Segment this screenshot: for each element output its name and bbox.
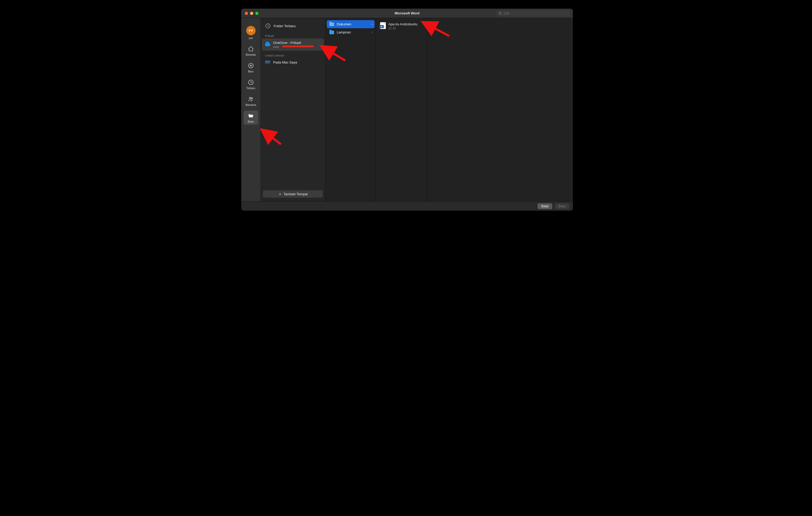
svg-point-6 [249, 97, 251, 99]
nav-new-label: Baru [248, 70, 254, 73]
open-button: Buka [555, 203, 569, 209]
word-document-icon: W [380, 22, 386, 29]
file-item[interactable]: W Apa itu Androbuntu 21.33 [377, 20, 426, 32]
mac-icon [265, 61, 270, 64]
nav-user[interactable]: YY yus [243, 24, 258, 41]
search-input[interactable] [503, 11, 568, 15]
folder-label: Lampiran [337, 30, 351, 34]
folders-column: Dokumen › Lampiran › [326, 18, 376, 201]
nav-open[interactable]: Buka [243, 111, 258, 125]
open-dialog-window: Microsoft Word YY yus Beranda Baru [241, 9, 573, 211]
section-personal-header: Pribadi [262, 31, 324, 38]
redaction-bar [282, 45, 314, 47]
folder-icon [329, 31, 334, 34]
file-name: Apa itu Androbuntu [388, 22, 417, 26]
recent-folders-label: Folder Terbaru [273, 24, 296, 28]
nav-home[interactable]: Beranda [243, 44, 258, 58]
clock-icon [265, 23, 271, 29]
plus-circle-icon [248, 62, 254, 69]
folder-icon [329, 23, 334, 26]
home-icon [248, 46, 254, 52]
onedrive-title: OneDrive - Pribadi [273, 41, 301, 45]
nav-open-label: Buka [248, 120, 254, 123]
nav-user-label: yus [249, 37, 253, 39]
location-on-my-mac[interactable]: Pada Mac Saya [262, 58, 324, 67]
files-column: W Apa itu Androbuntu 21.33 [376, 18, 428, 201]
svg-line-1 [501, 14, 501, 14]
chevron-right-icon: › [372, 31, 373, 34]
recent-folders[interactable]: Folder Terbaru [262, 21, 324, 31]
people-icon [248, 96, 254, 102]
svg-point-7 [251, 98, 253, 99]
detail-column [428, 18, 573, 201]
search-icon [499, 12, 502, 15]
svg-point-0 [499, 12, 501, 14]
search-field[interactable] [496, 10, 570, 17]
left-nav: YY yus Beranda Baru Terbaru Bersam [241, 18, 260, 201]
avatar: YY [246, 26, 256, 35]
add-place-button[interactable]: ＋ Tambah Tempat [263, 190, 323, 198]
chevron-right-icon: › [372, 23, 373, 26]
add-place-label: Tambah Tempat [284, 192, 308, 196]
cancel-button[interactable]: Batal [538, 203, 552, 209]
nav-new[interactable]: Baru [243, 60, 258, 74]
folder-lampiran[interactable]: Lampiran › [327, 28, 375, 36]
locations-column: Folder Terbaru Pribadi OneDrive - Pribad… [260, 18, 326, 201]
nav-recent[interactable]: Terbaru [243, 77, 258, 91]
nav-shared-label: Bersama [245, 103, 256, 107]
folder-label: Dokumen [337, 22, 351, 26]
file-time: 21.33 [388, 27, 417, 30]
dialog-footer: Batal Buka [241, 201, 573, 211]
location-onedrive-personal[interactable]: OneDrive - Pribadi yusy [262, 38, 324, 51]
nav-shared[interactable]: Bersama [243, 94, 258, 108]
section-other-header: Lokasi Lainnya [262, 51, 324, 58]
onedrive-icon [265, 43, 270, 46]
titlebar: Microsoft Word [241, 9, 573, 18]
nav-home-label: Beranda [246, 53, 256, 56]
folder-open-icon [248, 113, 254, 119]
nav-recent-label: Terbaru [246, 87, 255, 90]
on-my-mac-label: Pada Mac Saya [273, 60, 297, 64]
clock-icon [248, 79, 254, 86]
word-badge: W [379, 25, 384, 28]
folder-dokumen[interactable]: Dokumen › [327, 20, 375, 28]
